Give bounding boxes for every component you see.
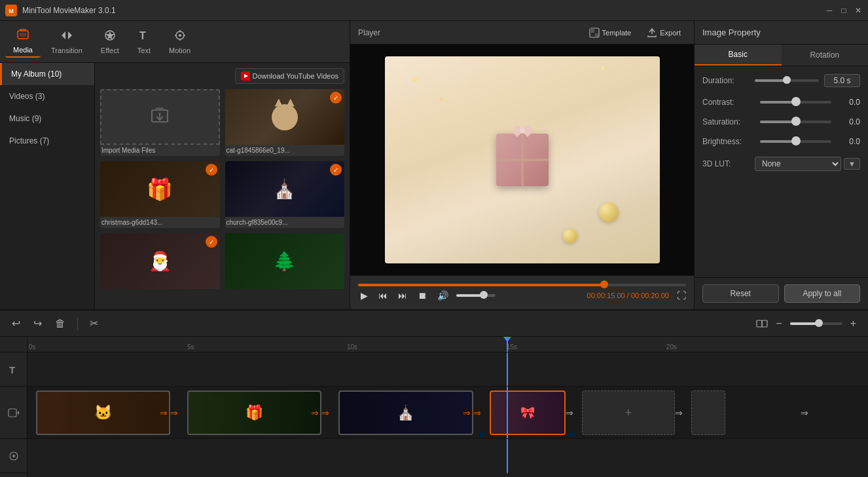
template-button[interactable]: Template bbox=[584, 25, 637, 41]
fullscreen-button[interactable]: ⛶ bbox=[677, 290, 686, 301]
zoom-out-button[interactable]: − bbox=[772, 316, 786, 331]
import-area[interactable] bbox=[100, 89, 220, 145]
timeline-tracks: 0s 5s 10s 15s 20s bbox=[27, 337, 868, 477]
sidebar-item-music[interactable]: Music (9) bbox=[0, 107, 94, 130]
tab-basic[interactable]: Basic bbox=[695, 45, 782, 66]
video-canvas bbox=[350, 45, 694, 275]
timeline-area: T 0s 5s 10s 15s 20s bbox=[0, 337, 868, 477]
svg-rect-16 bbox=[762, 320, 767, 327]
empty-clip-1[interactable]: + bbox=[582, 391, 674, 435]
media-item-cat[interactable]: ✓ cat-g1845866e0_19... bbox=[225, 89, 345, 156]
text-track[interactable] bbox=[27, 353, 868, 387]
clip-gift[interactable]: 🎀 bbox=[490, 391, 566, 435]
svg-point-7 bbox=[179, 34, 181, 37]
transition-3: ⇒ bbox=[473, 408, 481, 418]
text-track-label: T bbox=[0, 353, 27, 387]
media-item-christmas[interactable]: 🎁 ✓ christmas-g6dd143... bbox=[100, 161, 220, 228]
svg-rect-13 bbox=[590, 28, 594, 33]
player-title: Player bbox=[358, 28, 579, 37]
progress-thumb[interactable] bbox=[600, 280, 608, 288]
svg-point-21 bbox=[12, 455, 15, 457]
church-thumb: ⛪ bbox=[225, 161, 345, 217]
duration-label: Duration: bbox=[702, 76, 755, 85]
contrast-value: 0.0 bbox=[837, 98, 860, 107]
stop-button[interactable]: ⏹ bbox=[415, 289, 429, 302]
audio-track[interactable] bbox=[27, 439, 868, 473]
playhead-head bbox=[503, 337, 511, 342]
sidebar-item-my-album[interactable]: My Album (10) bbox=[0, 63, 94, 85]
media-item-4[interactable]: 🎅 ✓ bbox=[100, 233, 220, 289]
download-youtube-button[interactable]: Download YouTube Videos bbox=[235, 68, 345, 84]
timeline-divider bbox=[77, 317, 78, 330]
progress-bar[interactable] bbox=[358, 284, 686, 286]
sidebar-item-pictures[interactable]: Pictures (7) bbox=[0, 130, 94, 152]
import-label: Import Media Files bbox=[100, 145, 220, 156]
brightness-slider[interactable] bbox=[760, 140, 831, 143]
clip-church[interactable]: ⛪ ⇒ bbox=[338, 391, 473, 435]
duration-thumb[interactable] bbox=[783, 76, 791, 84]
import-media-item[interactable]: Import Media Files bbox=[100, 89, 220, 156]
brightness-thumb[interactable] bbox=[791, 136, 801, 145]
sidebar-item-videos[interactable]: Videos (3) bbox=[0, 85, 94, 107]
toolbar-label-text: Text bbox=[137, 47, 151, 54]
contrast-thumb[interactable] bbox=[791, 97, 801, 106]
bottom-section: ↩ ↪ 🗑 ✂ − + T bbox=[0, 311, 868, 477]
cat-thumb bbox=[225, 89, 345, 145]
next-frame-button[interactable]: ⏭ bbox=[395, 289, 410, 302]
volume-button[interactable]: 🔊 bbox=[435, 289, 451, 302]
duration-input[interactable] bbox=[824, 74, 860, 87]
zoom-thumb[interactable] bbox=[815, 319, 823, 327]
volume-slider[interactable] bbox=[456, 294, 496, 297]
toolbar-item-media[interactable]: Media bbox=[5, 26, 41, 58]
3d-lut-select[interactable]: None bbox=[755, 157, 841, 171]
cat-label: cat-g1845866e0_19... bbox=[225, 145, 345, 156]
text-track-icon: T bbox=[8, 364, 20, 375]
zoom-in-button[interactable]: + bbox=[846, 316, 860, 331]
media-icon bbox=[16, 28, 29, 45]
audio-track-label bbox=[0, 439, 27, 473]
prev-frame-button[interactable]: ⏮ bbox=[376, 289, 390, 302]
minimize-button[interactable]: ─ bbox=[825, 6, 834, 15]
close-button[interactable]: ✕ bbox=[854, 6, 863, 15]
toolbar-label-transition: Transition bbox=[51, 47, 82, 54]
reset-button[interactable]: Reset bbox=[702, 284, 779, 303]
toolbar-item-text[interactable]: T Text bbox=[130, 26, 158, 57]
saturation-thumb[interactable] bbox=[791, 117, 801, 126]
toolbar-label-motion: Motion bbox=[169, 47, 190, 54]
scissors-button[interactable]: ✂ bbox=[86, 315, 102, 332]
delete-clip-button[interactable]: 🗑 bbox=[51, 315, 69, 332]
toolbar-item-transition[interactable]: Transition bbox=[43, 26, 90, 57]
maximize-button[interactable]: □ bbox=[839, 6, 848, 15]
saturation-fill bbox=[760, 121, 796, 123]
redo-button[interactable]: ↪ bbox=[29, 315, 46, 332]
contrast-slider[interactable] bbox=[760, 101, 831, 104]
toolbar-item-effect[interactable]: Effect bbox=[93, 26, 127, 57]
play-button[interactable]: ▶ bbox=[358, 289, 371, 302]
apply-all-button[interactable]: Apply to all bbox=[784, 284, 861, 303]
video-track[interactable]: 🐱 ⇒ ⇒ 🎁 ⇒ ⇒ bbox=[27, 387, 868, 439]
christmas-check: ✓ bbox=[206, 164, 217, 176]
media-item-5[interactable]: 🌲 bbox=[225, 233, 345, 289]
media-item-church[interactable]: ⛪ ✓ church-gf835e00c9... bbox=[225, 161, 345, 228]
undo-button[interactable]: ↩ bbox=[8, 315, 24, 332]
player-header: Player Template Export bbox=[350, 21, 694, 45]
volume-thumb[interactable] bbox=[480, 291, 488, 299]
saturation-value: 0.0 bbox=[837, 117, 860, 126]
tab-rotation[interactable]: Rotation bbox=[782, 45, 869, 66]
svg-text:T: T bbox=[139, 30, 146, 41]
export-button[interactable]: Export bbox=[642, 25, 686, 41]
svg-text:M: M bbox=[9, 8, 14, 14]
clip-christmas[interactable]: 🎁 ⇒ bbox=[187, 391, 321, 435]
zoom-slider[interactable] bbox=[790, 322, 842, 325]
duration-slider[interactable] bbox=[755, 79, 819, 82]
clip-cat[interactable]: 🐱 ⇒ bbox=[36, 391, 170, 435]
transition-4: ⇒ bbox=[566, 408, 573, 418]
3d-lut-more-button[interactable]: ▼ bbox=[844, 158, 860, 170]
toolbar-item-motion[interactable]: Motion bbox=[161, 26, 198, 57]
empty-clip-2[interactable] bbox=[691, 391, 725, 435]
brightness-label: Brightness: bbox=[702, 137, 755, 146]
saturation-slider[interactable] bbox=[760, 121, 831, 123]
time-display: 00:00:15.00 / 00:00:20.00 bbox=[587, 292, 669, 299]
effect-icon bbox=[103, 29, 117, 45]
christmas-thumb: 🎁 bbox=[100, 161, 220, 217]
